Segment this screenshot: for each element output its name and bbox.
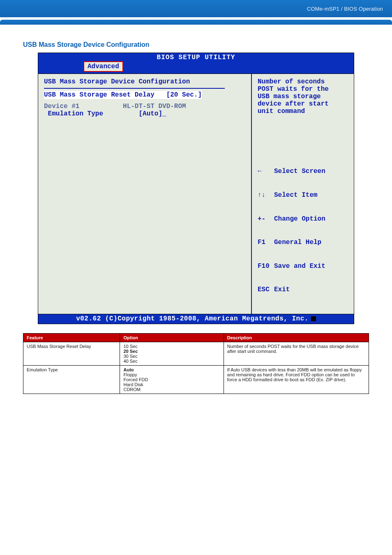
cell-option: 10 Sec20 Sec30 Sec40 Sec bbox=[120, 342, 224, 365]
bios-left-panel: USB Mass Storage Device Configuration US… bbox=[38, 74, 251, 314]
table-row: Emulation TypeAutoFloppyForced FDDHard D… bbox=[23, 365, 369, 394]
key-icon: F1 bbox=[258, 239, 274, 246]
option-line: Auto bbox=[123, 367, 220, 372]
option-line: Floppy bbox=[123, 372, 220, 377]
bios-title-bar: BIOS SETUP UTILITY Advanced bbox=[38, 53, 354, 74]
key-icon: ESC bbox=[258, 286, 274, 294]
cell-feature: USB Mass Storage Reset Delay bbox=[23, 342, 120, 365]
th-option: Option bbox=[120, 333, 224, 342]
page-content: USB Mass Storage Device Configuration BI… bbox=[0, 25, 392, 406]
device-label: Device #1 bbox=[44, 103, 79, 110]
key-icon: +- bbox=[258, 215, 274, 223]
bios-screen: BIOS SETUP UTILITY Advanced USB Mass Sto… bbox=[38, 53, 354, 324]
option-line: 40 Sec bbox=[123, 359, 220, 364]
top-header: COMe-mSP1 / BIOS Operation bbox=[0, 0, 392, 17]
help-line: device after start bbox=[258, 100, 350, 108]
reset-delay-value: [20 Sec.] bbox=[166, 91, 202, 99]
footer-end-icon bbox=[311, 316, 316, 321]
cell-description: If Auto USB devices with less than 20MB … bbox=[224, 365, 369, 394]
cell-description: Number of seconds POST waits for the USB… bbox=[224, 342, 369, 365]
bios-row-device: Device #1 HL-DT-ST DVD-ROM bbox=[44, 103, 244, 110]
header-strip bbox=[0, 20, 392, 25]
table-row: USB Mass Storage Reset Delay10 Sec20 Sec… bbox=[23, 342, 369, 365]
bios-body: USB Mass Storage Device Configuration US… bbox=[38, 74, 354, 314]
option-line: CDROM bbox=[123, 387, 220, 392]
key-label: Exit bbox=[274, 286, 290, 293]
help-line: unit command bbox=[258, 108, 350, 115]
device-value: HL-DT-ST DVD-ROM bbox=[123, 103, 186, 110]
cell-option: AutoFloppyForced FDDHard DiskCDROM bbox=[120, 365, 224, 394]
bios-title: BIOS SETUP UTILITY bbox=[38, 54, 354, 61]
bios-tab-advanced[interactable]: Advanced bbox=[83, 61, 123, 72]
help-line: Number of seconds bbox=[258, 78, 350, 85]
key-label: Change Option bbox=[274, 215, 325, 223]
key-label: Select Item bbox=[274, 191, 318, 199]
feature-table: Feature Option Description USB Mass Stor… bbox=[23, 333, 369, 394]
th-description: Description bbox=[224, 333, 369, 342]
bios-row-emulation[interactable]: Emulation Type [Auto]_ bbox=[44, 110, 244, 117]
key-label: Select Screen bbox=[274, 168, 325, 175]
option-line: Hard Disk bbox=[123, 382, 220, 387]
bios-help-text: Number of seconds POST waits for the USB… bbox=[258, 78, 350, 115]
help-line: USB mass storage bbox=[258, 93, 350, 100]
bios-copyright: v02.62 (C)Copyright 1985-2008, American … bbox=[76, 315, 309, 322]
section-title: USB Mass Storage Device Configuration bbox=[23, 41, 369, 48]
reset-delay-label: USB Mass Storage Reset Delay bbox=[44, 91, 154, 99]
option-line: 20 Sec bbox=[123, 349, 220, 354]
table-header-row: Feature Option Description bbox=[23, 333, 369, 342]
help-line: POST waits for the bbox=[258, 85, 350, 93]
key-icon: ← bbox=[258, 168, 274, 175]
bios-right-panel: Number of seconds POST waits for the USB… bbox=[251, 74, 354, 314]
bios-key-help: ←Select Screen ↑↓Select Item +-Change Op… bbox=[258, 152, 350, 310]
key-icon: ↑↓ bbox=[258, 191, 274, 199]
bios-divider bbox=[44, 88, 225, 89]
option-line: 10 Sec bbox=[123, 344, 220, 349]
emulation-value: [Auto]_ bbox=[138, 110, 166, 117]
cell-feature: Emulation Type bbox=[23, 365, 120, 394]
th-feature: Feature bbox=[23, 333, 120, 342]
bios-row-reset-delay[interactable]: USB Mass Storage Reset Delay [20 Sec.] bbox=[44, 91, 244, 99]
bios-footer: v02.62 (C)Copyright 1985-2008, American … bbox=[38, 314, 354, 324]
key-icon: F10 bbox=[258, 263, 274, 270]
key-label: General Help bbox=[274, 239, 321, 246]
option-line: 30 Sec bbox=[123, 354, 220, 359]
emulation-label: Emulation Type bbox=[44, 110, 103, 117]
bios-wrapper: BIOS SETUP UTILITY Advanced USB Mass Sto… bbox=[23, 53, 369, 324]
breadcrumb: COMe-mSP1 / BIOS Operation bbox=[307, 6, 383, 12]
bios-panel-heading: USB Mass Storage Device Configuration bbox=[44, 78, 244, 85]
key-label: Save and Exit bbox=[274, 263, 325, 270]
option-line: Forced FDD bbox=[123, 377, 220, 382]
